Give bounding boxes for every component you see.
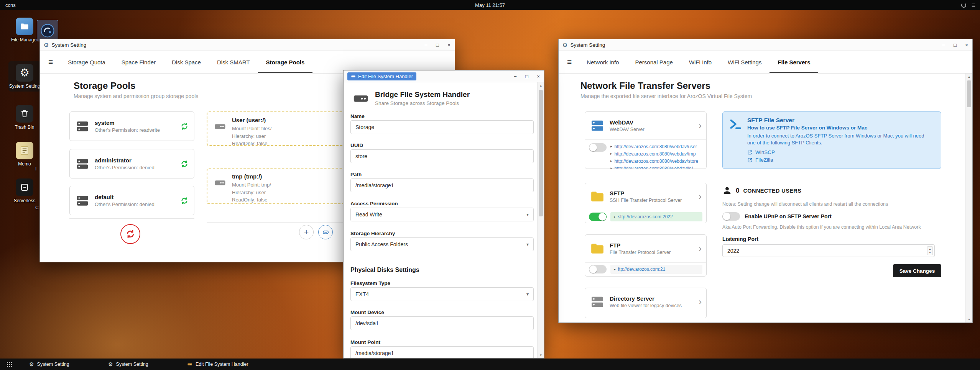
taskbar-item-edit-file-system-handler[interactable]: Edit File System Handler <box>176 359 255 370</box>
sftp-server-card[interactable]: SFTP SSH File Transfer Protocol Server ›… <box>585 183 707 223</box>
close-button[interactable]: × <box>961 39 972 51</box>
scrollbar[interactable]: ▴ ▾ <box>965 74 972 323</box>
upnp-toggle[interactable] <box>722 212 740 221</box>
close-button[interactable]: × <box>533 70 544 82</box>
taskbar-item-system-setting-1[interactable]: ⚙ System Setting <box>18 359 97 370</box>
save-changes-button[interactable]: Save Changes <box>893 264 941 277</box>
listening-port-input[interactable] <box>722 244 935 257</box>
scroll-up-icon[interactable]: ▴ <box>966 74 972 80</box>
minimize-button[interactable]: − <box>938 39 949 51</box>
sftp-folder-icon <box>590 189 605 204</box>
directory-server-icon <box>590 294 605 309</box>
refresh-icon <box>125 229 135 239</box>
webdav-toggle[interactable] <box>589 143 607 152</box>
winscp-link[interactable]: WinSCP <box>747 149 927 155</box>
filesystem-type-select[interactable]: EXT4 ▾ <box>350 287 534 301</box>
tab-disk-space[interactable]: Disk Space <box>164 51 209 73</box>
storage-pool-card[interactable]: default Other's Permission: denied <box>69 186 194 215</box>
tab-wifi-info[interactable]: WiFi Info <box>681 51 720 73</box>
pool-sync-icon[interactable] <box>180 160 189 168</box>
tab-disk-smart[interactable]: Disk SMART <box>209 51 258 73</box>
storage-pool-card[interactable]: administrator Other's Permission: denied <box>69 149 194 178</box>
tab-network-info[interactable]: Network Info <box>579 51 627 73</box>
sftp-url-link[interactable]: sftp://dev.arozos.com:2022 <box>618 214 673 219</box>
tab-space-finder[interactable]: Space Finder <box>113 51 164 73</box>
scroll-down-icon[interactable]: ▾ <box>966 316 972 323</box>
storage-pool-card[interactable]: system Other's Permission: readwrite <box>69 111 194 141</box>
scrollbar-thumb[interactable] <box>539 90 543 216</box>
tab-storage-quota[interactable]: Storage Quota <box>60 51 113 73</box>
name-input[interactable] <box>350 120 534 134</box>
chevron-right-icon[interactable]: › <box>699 244 702 253</box>
chevron-right-icon[interactable]: › <box>699 121 702 130</box>
trash-icon <box>16 105 33 123</box>
window-titlebar[interactable]: ⚙ System Setting − □ × <box>40 39 455 51</box>
page-subtitle: Manage system and permission group stora… <box>74 93 198 99</box>
pool-permission: Other's Permission: denied <box>95 165 155 170</box>
listening-port-label: Listening Port <box>722 236 758 242</box>
desktop-icon-trash-bin[interactable]: Trash Bin <box>8 105 41 130</box>
minimize-button[interactable]: − <box>510 70 521 82</box>
webdav-url-link[interactable]: http://dev.arozos.com:8080/webdav/ls1 <box>615 165 694 169</box>
tab-wifi-settings[interactable]: WiFi Settings <box>720 51 770 73</box>
app-launcher-button[interactable] <box>0 359 18 370</box>
ftp-url-link[interactable]: ftp://dev.arozos.com:21 <box>618 267 666 272</box>
ftp-toggle[interactable] <box>589 265 607 273</box>
mount-point-input[interactable] <box>350 346 534 359</box>
add-handler-button[interactable]: + <box>299 225 314 239</box>
link-handler-button[interactable] <box>318 225 333 239</box>
scroll-down-icon[interactable]: ▾ <box>538 352 544 358</box>
upnp-label: Enable UPnP on SFTP Server Port <box>745 213 832 219</box>
webdav-url-link[interactable]: http://dev.arozos.com:8080/webdav/user <box>615 143 697 150</box>
maximize-button[interactable]: □ <box>432 39 443 51</box>
sftp-toggle[interactable] <box>589 213 607 221</box>
webdav-url-link[interactable]: http://dev.arozos.com:8080/webdav/store <box>615 158 699 165</box>
page-title: Storage Pools <box>74 80 135 91</box>
chevron-right-icon[interactable]: › <box>699 192 702 201</box>
server-description: Web file viewer for legacy devices <box>610 303 682 308</box>
storage-pool-icon <box>75 119 90 134</box>
pool-sync-icon[interactable] <box>180 196 189 205</box>
sidebar-toggle-icon[interactable]: ≡ <box>559 57 579 67</box>
tab-file-servers[interactable]: File Servers <box>770 51 818 73</box>
clock: May 11 21:57 <box>475 2 505 8</box>
close-button[interactable]: × <box>443 39 455 51</box>
number-spinner[interactable]: ▴▾ <box>927 246 933 255</box>
pool-sync-icon[interactable] <box>180 122 189 131</box>
scrollbar[interactable]: ▴ ▾ <box>537 82 544 358</box>
directory-server-card[interactable]: Directory Server Web file viewer for leg… <box>585 288 707 318</box>
tab-storage-pools[interactable]: Storage Pools <box>258 51 313 73</box>
minimize-button[interactable]: − <box>420 39 432 51</box>
webdav-url-link[interactable]: http://dev.arozos.com:8080/webdav/tmp <box>615 151 696 157</box>
drive-icon <box>214 120 227 133</box>
ftp-server-card[interactable]: FTP File Transfer Protocol Server › ▸ ft… <box>585 234 707 277</box>
webdav-server-card[interactable]: WebDAV WebDAV Server › ▸http://dev.arozo… <box>585 111 707 169</box>
tab-personal-page[interactable]: Personal Page <box>627 51 681 73</box>
sidebar-toggle-icon[interactable]: ≡ <box>40 57 60 67</box>
desktop-icon-memo[interactable]: Memo <box>8 142 41 167</box>
window-titlebar[interactable]: ⚙ System Setting − □ × <box>559 39 972 51</box>
maximize-button[interactable]: □ <box>949 39 961 51</box>
maximize-button[interactable]: □ <box>521 70 533 82</box>
select-value: EXT4 <box>355 291 369 297</box>
scrollbar-thumb[interactable] <box>967 80 971 107</box>
scroll-up-icon[interactable]: ▴ <box>538 82 544 88</box>
desktop-icon-serverless[interactable]: Serverless <box>8 178 41 204</box>
access-permission-select[interactable]: Read Write ▾ <box>350 208 534 221</box>
connected-users-count: 0 <box>736 187 739 195</box>
top-menu-icon[interactable]: ≡ <box>972 2 975 8</box>
filezilla-link[interactable]: FileZilla <box>747 157 927 163</box>
spin-up-icon[interactable]: ▴ <box>929 247 931 250</box>
reload-pools-button[interactable] <box>120 224 140 244</box>
chevron-right-icon[interactable]: › <box>699 297 702 306</box>
dropdown-caret-icon: ▾ <box>526 242 529 247</box>
desktop-icon-system-setting[interactable]: ⚙ System Setting <box>8 61 41 92</box>
uuid-input[interactable] <box>350 149 534 163</box>
desktop-icon-selected-app[interactable] <box>36 20 59 41</box>
path-input[interactable] <box>350 178 534 192</box>
spin-down-icon[interactable]: ▾ <box>929 251 931 254</box>
window-titlebar[interactable]: Edit File System Handler − □ × <box>344 70 544 82</box>
mount-device-input[interactable] <box>350 316 534 330</box>
storage-hierarchy-select[interactable]: Public Access Folders ▾ <box>350 237 534 251</box>
taskbar-item-system-setting-2[interactable]: ⚙ System Setting <box>97 359 176 370</box>
